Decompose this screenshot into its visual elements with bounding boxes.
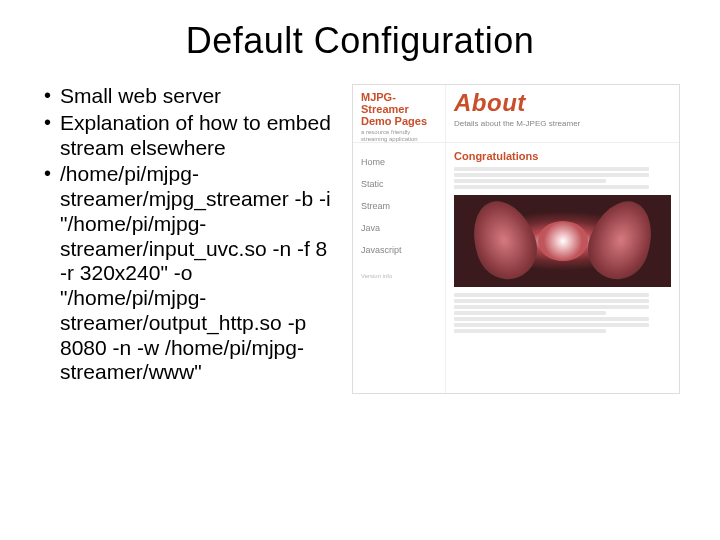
bullet-item: Small web server [40,84,340,109]
logo-line2: Demo Pages [361,115,437,127]
congrats-heading: Congratulations [454,149,671,163]
blurred-text-line [454,299,649,303]
logo-line1: MJPG-Streamer [361,91,437,115]
blurred-text-line [454,185,649,189]
embedded-screenshot: MJPG-Streamer Demo Pages a resource frie… [352,84,680,394]
blurred-text-line [454,173,649,177]
flower-image [454,195,671,287]
slide-title: Default Configuration [40,20,680,62]
bullet-item: /home/pi/mjpg-streamer/mjpg_streamer -b … [40,162,340,385]
nav-item: Javascript [361,239,437,261]
nav-item: Home [361,151,437,173]
screenshot-body: Home Static Stream Java Javascript Versi… [353,143,679,393]
blurred-text-line [454,311,606,315]
screenshot-nav: Home Static Stream Java Javascript Versi… [353,143,445,393]
nav-item: Java [361,217,437,239]
bullet-item: Explanation of how to embed stream elsew… [40,111,340,161]
screenshot-main: Congratulations [445,143,679,393]
about-title: About [454,89,671,117]
screenshot-header: MJPG-Streamer Demo Pages a resource frie… [353,85,679,143]
blurred-text-line [454,305,649,309]
content-row: Small web server Explanation of how to e… [40,84,680,394]
logo-subtitle: a resource friendly streaming applicatio… [361,129,437,142]
blurred-text-line [454,329,606,333]
blurred-text-line [454,179,606,183]
blurred-text-line [454,167,649,171]
blurred-text-line [454,317,649,321]
screenshot-about-header: About Details about the M-JPEG streamer [445,85,679,142]
nav-item: Stream [361,195,437,217]
version-label: Version info [361,267,437,285]
blurred-text-line [454,323,649,327]
blurred-text-line [454,293,649,297]
about-subtitle: Details about the M-JPEG streamer [454,119,671,128]
bullet-list: Small web server Explanation of how to e… [40,84,340,394]
screenshot-logo: MJPG-Streamer Demo Pages a resource frie… [353,85,445,142]
nav-item: Static [361,173,437,195]
